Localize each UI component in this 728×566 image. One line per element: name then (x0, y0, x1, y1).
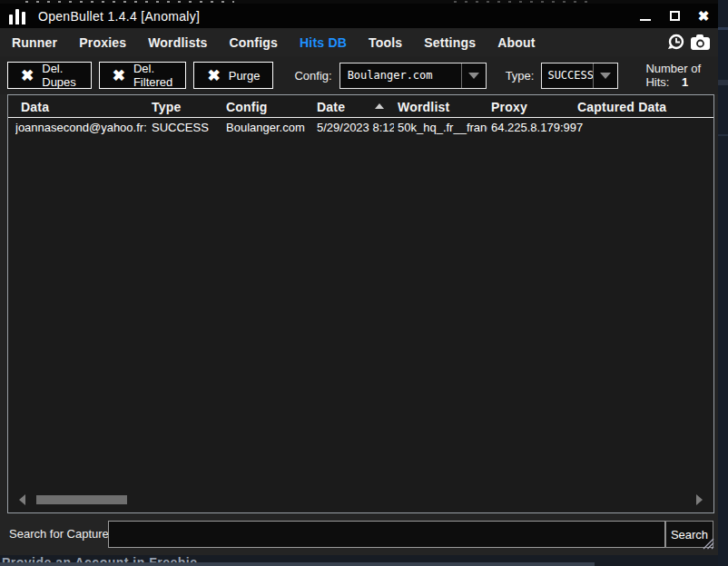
close-button[interactable]: ✖ (696, 9, 711, 24)
chevron-down-icon (461, 63, 486, 88)
minimize-button[interactable] (638, 9, 653, 24)
hits-label: Number of Hits: (645, 62, 701, 89)
hits-count: 1 (682, 75, 688, 89)
search-capture-input[interactable] (108, 521, 665, 548)
delete-dupes-button[interactable]: ✖ Del. Dupes (7, 62, 92, 89)
config-label: Config: (294, 69, 331, 83)
resize-grip-icon[interactable] (703, 537, 714, 553)
delete-icon: ✖ (21, 68, 34, 83)
cell-config: Boulanger.com (226, 121, 313, 134)
search-for-capture-label: Search for Capture: (9, 527, 112, 541)
type-label: Type: (506, 69, 535, 83)
menu-item-hits-db[interactable]: Hits DB (300, 35, 347, 50)
scrollbar-track[interactable] (25, 492, 696, 508)
background-text-fragments (454, 1, 590, 3)
column-header-captured-data[interactable]: Captured Data (577, 100, 666, 114)
openbullet-window: OpenBullet 1.4.4 [Anomaly] ✖ Runner Prox… (0, 4, 718, 555)
menu-item-settings[interactable]: Settings (424, 35, 476, 50)
menu-item-tools[interactable]: Tools (369, 35, 402, 50)
background-window-right-strip (718, 0, 728, 566)
number-of-hits: Number of Hits: 1 (645, 62, 718, 89)
delete-icon: ✖ (113, 68, 125, 83)
chevron-down-icon (593, 63, 617, 88)
history-clock-icon[interactable] (666, 33, 685, 52)
type-dropdown[interactable]: SUCCESS (541, 63, 618, 89)
hits-table: Data Type Config Date Wordlist Proxy Cap… (7, 94, 714, 513)
column-header-date[interactable]: Date (317, 100, 345, 114)
openbullet-logo-icon (9, 8, 25, 24)
column-header-proxy[interactable]: Proxy (491, 100, 527, 114)
delete-icon: ✖ (207, 68, 220, 83)
cell-wordlist: 50k_hq_.fr__franc (398, 121, 487, 134)
column-header-data[interactable]: Data (21, 100, 49, 114)
sort-ascending-icon (375, 103, 384, 109)
window-title: OpenBullet 1.4.4 [Anomaly] (38, 9, 200, 24)
background-clipped-link-text: Provide an Account in Freebie. (2, 555, 202, 562)
menu-item-proxies[interactable]: Proxies (79, 35, 126, 50)
camera-icon[interactable] (690, 34, 711, 51)
column-header-type[interactable]: Type (152, 100, 181, 114)
menu-item-configs[interactable]: Configs (230, 35, 279, 50)
cell-data: joannasecond@yahoo.fr:Jr (15, 121, 146, 134)
background-text-fragments (25, 1, 234, 3)
maximize-button[interactable] (667, 9, 682, 24)
background-window-bottom-sliver: Provide an Account in Freebie. (0, 555, 718, 566)
horizontal-scrollbar[interactable] (12, 492, 710, 508)
purge-button[interactable]: ✖ Purge (193, 62, 273, 89)
config-dropdown-value: Boulanger.com (340, 63, 461, 88)
toolbar: ✖ Del. Dupes ✖ Del. Filtered ✖ Purge Con… (0, 56, 718, 94)
cell-proxy: 64.225.8.179:997 (491, 121, 600, 134)
menubar: Runner Proxies Wordlists Configs Hits DB… (0, 28, 718, 56)
scroll-left-icon[interactable] (19, 494, 25, 505)
delete-filtered-button[interactable]: ✖ Del. Filtered (99, 62, 187, 89)
menu-item-runner[interactable]: Runner (12, 35, 57, 50)
type-dropdown-value: SUCCESS (542, 63, 593, 88)
titlebar: OpenBullet 1.4.4 [Anomaly] ✖ (0, 4, 718, 28)
config-dropdown[interactable]: Boulanger.com (339, 63, 487, 89)
column-header-config[interactable]: Config (226, 100, 268, 114)
cell-type: SUCCESS (152, 121, 222, 134)
header-divider (8, 117, 713, 118)
menu-item-wordlists[interactable]: Wordlists (148, 35, 207, 50)
scrollbar-thumb[interactable] (36, 495, 127, 504)
cell-date: 5/29/2023 8:12 (317, 121, 394, 134)
search-bar: Search for Capture: Search (0, 513, 718, 555)
menu-item-about[interactable]: About (497, 35, 535, 50)
scroll-right-icon[interactable] (696, 494, 703, 505)
column-header-wordlist[interactable]: Wordlist (398, 100, 449, 114)
